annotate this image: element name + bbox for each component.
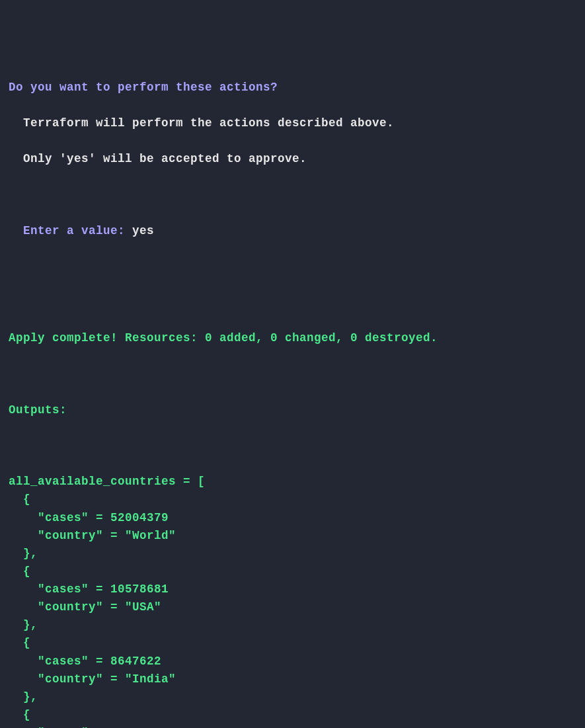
confirm-desc-2: Only 'yes' will be accepted to approve. xyxy=(9,150,576,168)
enter-value-input[interactable]: yes xyxy=(132,224,154,237)
apply-complete: Apply complete! Resources: 0 added, 0 ch… xyxy=(9,329,576,347)
blank xyxy=(9,186,576,204)
blank xyxy=(9,366,576,384)
blank xyxy=(9,437,576,455)
output-block: all_available_countries = [ { "cases" = … xyxy=(9,473,576,728)
blank xyxy=(9,258,576,276)
blank xyxy=(9,294,576,311)
confirm-prompt: Do you want to perform these actions? xyxy=(9,79,576,97)
enter-value-label: Enter a value: xyxy=(9,224,132,237)
confirm-desc-1: Terraform will perform the actions descr… xyxy=(9,114,576,132)
outputs-label: Outputs: xyxy=(9,401,576,419)
